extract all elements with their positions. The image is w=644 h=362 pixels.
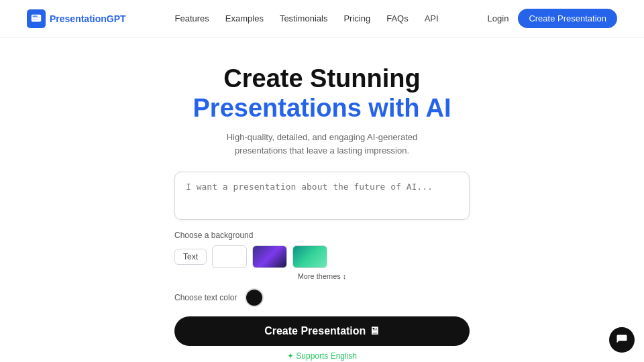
text-color-section: Choose text color <box>174 288 470 307</box>
background-selector: Choose a background Text More themes ↕ <box>174 231 470 280</box>
more-themes-button[interactable]: More themes ↕ <box>174 272 470 280</box>
hero-title-line1: Create Stunning <box>223 64 420 94</box>
nav-links: Features Examples Testimonials Pricing F… <box>175 13 439 23</box>
logo-icon <box>27 9 46 28</box>
login-button[interactable]: Login <box>488 13 509 23</box>
navbar: PresentationGPT Features Examples Testim… <box>0 0 644 38</box>
svg-rect-2 <box>33 17 40 18</box>
supports-label: Supports English <box>287 351 357 361</box>
bg-purple-option[interactable] <box>252 245 287 268</box>
nav-pricing[interactable]: Pricing <box>343 13 370 23</box>
bg-teal-option[interactable] <box>292 245 327 268</box>
color-label: Choose text color <box>174 293 237 302</box>
hero-section: Create Stunning Presentations with AI Hi… <box>0 38 644 362</box>
text-color-picker[interactable] <box>245 288 264 307</box>
nav-create-button[interactable]: Create Presentation <box>518 9 617 28</box>
chat-bubble-button[interactable] <box>609 327 635 353</box>
hero-subtitle: High-quality, detailed, and engaging AI-… <box>208 131 436 157</box>
nav-api[interactable]: API <box>425 13 439 23</box>
svg-rect-1 <box>33 15 38 16</box>
hero-title-line2: Presentations with AI <box>193 94 451 123</box>
nav-faqs[interactable]: FAQs <box>386 13 409 23</box>
create-presentation-button[interactable]: Create Presentation 🖥 <box>174 316 470 346</box>
nav-features[interactable]: Features <box>175 13 209 23</box>
svg-rect-3 <box>33 19 39 19</box>
logo[interactable]: PresentationGPT <box>27 9 126 28</box>
logo-text: PresentationGPT <box>50 13 126 24</box>
bg-label: Choose a background <box>174 231 470 240</box>
bg-text-option[interactable]: Text <box>174 249 207 265</box>
nav-testimonials[interactable]: Testimonials <box>280 13 328 23</box>
nav-examples[interactable]: Examples <box>225 13 264 23</box>
bg-options: Text <box>174 245 470 268</box>
bg-white-option[interactable] <box>212 245 247 268</box>
nav-right: Login Create Presentation <box>488 9 617 28</box>
presentation-topic-input[interactable] <box>174 172 470 220</box>
